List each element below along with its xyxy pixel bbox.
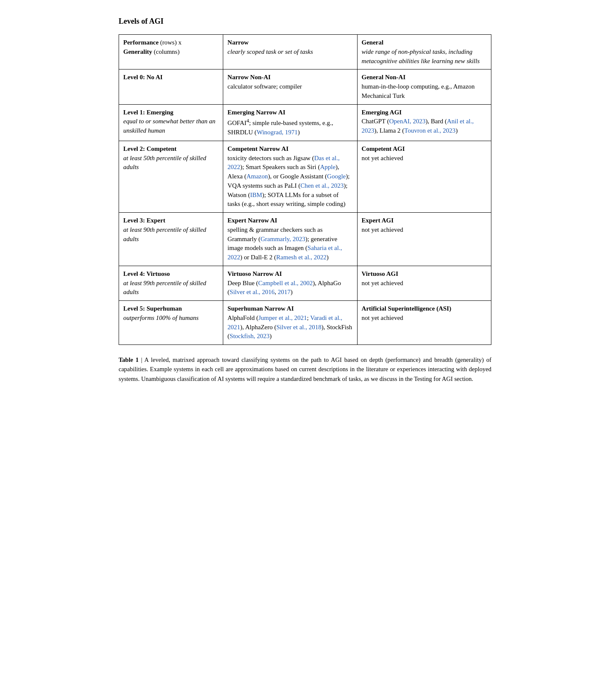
level0-col3: General Non-AI human-in-the-loop computi… [357,69,491,104]
table-header-row: Performance (rows) x Generality (columns… [119,35,491,69]
level4-col2: Virtuoso Narrow AI Deep Blue (Campbell e… [223,266,357,300]
link-ramesh2022[interactable]: Ramesh et al., 2022 [276,254,327,261]
level3-title: Level 3: Expert [123,217,165,224]
header-col-performance: Performance (rows) x Generality (columns… [119,35,223,69]
link-openai2023[interactable]: OpenAI, 2023 [389,118,426,125]
level1-title: Level 1: Emerging [123,109,173,116]
level0-general-text: human-in-the-loop computing, e.g., Amazo… [362,83,475,99]
level0-narrow-title: Narrow Non-AI [227,74,271,81]
level5-col1: Level 5: Superhuman outperforms 100% of … [119,301,223,345]
link-grammarly2023[interactable]: Grammarly, 2023 [261,236,305,242]
header-col-narrow: Narrow clearly scoped task or set of tas… [223,35,357,69]
table-row-level5: Level 5: Superhuman outperforms 100% of … [119,301,491,345]
header-general-main: General [362,39,384,46]
header-performance-bold: Performance [123,39,158,46]
link-touvron2023[interactable]: Touvron et al., 2023 [404,127,455,134]
level1-col3: Emerging AGI ChatGPT (OpenAI, 2023), Bar… [357,104,491,141]
level0-col2: Narrow Non-AI calculator software; compi… [223,69,357,104]
link-winograd[interactable]: Winograd, 1971 [257,129,298,136]
level0-general-title: General Non-AI [362,74,406,81]
level2-general-title: Competent AGI [362,145,405,152]
header-narrow-main: Narrow [227,39,249,46]
link-stockfish2023[interactable]: Stockfish, 2023 [230,333,269,339]
level4-narrow-text: Deep Blue (Campbell et al., 2002), Alpha… [227,280,341,296]
level3-subtitle: at least 90th percentile of skilled adul… [123,226,206,242]
level4-title: Level 4: Virtuoso [123,270,170,277]
level2-narrow-text: toxicity detectors such as Jigsaw (Das e… [227,155,349,208]
level4-narrow-title: Virtuoso Narrow AI [227,270,282,277]
header-general-sub: wide range of non-physical tasks, includ… [362,48,480,64]
table-row-level1: Level 1: Emerging equal to or somewhat b… [119,104,491,141]
link-campbell2002[interactable]: Campbell et al., 2002 [258,280,313,286]
table-row-level4: Level 4: Virtuoso at least 99th percenti… [119,266,491,300]
header-generality-suffix: (columns) [152,48,180,55]
level0-col1: Level 0: No AI [119,69,223,104]
level5-narrow-title: Superhuman Narrow AI [227,305,294,312]
page-title: Levels of AGI [119,17,491,26]
agi-levels-table: Performance (rows) x Generality (columns… [119,34,491,345]
level2-col1: Level 2: Competent at least 50th percent… [119,141,223,212]
level1-general-title: Emerging AGI [362,109,402,116]
link-silver2018[interactable]: Silver et al., 2018 [277,324,322,331]
link-jumper2021[interactable]: Jumper et al., 2021 [258,314,307,321]
level2-general-text: not yet achieved [362,155,403,161]
level5-col2: Superhuman Narrow AI AlphaFold (Jumper e… [223,301,357,345]
link-chen2023[interactable]: Chen et al., 2023 [300,182,344,189]
level0-narrow-text: calculator software; compiler [227,83,302,90]
level5-col3: Artificial Superintelligence (ASI) not y… [357,301,491,345]
level5-narrow-text: AlphaFold (Jumper et al., 2021; Varadi e… [227,314,352,340]
header-col-general: General wide range of non-physical tasks… [357,35,491,69]
level4-general-title: Virtuoso AGI [362,270,399,277]
level4-col1: Level 4: Virtuoso at least 99th percenti… [119,266,223,300]
table-row-level2: Level 2: Competent at least 50th percent… [119,141,491,212]
level5-subtitle: outperforms 100% of humans [123,314,199,321]
level3-col3: Expert AGI not yet achieved [357,213,491,266]
table-row-level3: Level 3: Expert at least 90th percentile… [119,213,491,266]
caption-text: | A leveled, matrixed approach toward cl… [119,356,491,382]
table-caption: Table 1 | A leveled, matrixed approach t… [119,355,491,383]
level2-subtitle: at least 50th percentile of skilled adul… [123,155,206,171]
link-google[interactable]: Google [327,173,346,180]
level3-general-text: not yet achieved [362,226,403,233]
level0-title: Level 0: No AI [123,74,163,81]
link-amazon[interactable]: Amazon [247,173,268,180]
level1-narrow-title: Emerging Narrow AI [227,109,285,116]
level3-col1: Level 3: Expert at least 90th percentile… [119,213,223,266]
level1-col2: Emerging Narrow AI GOFAI4; simple rule-b… [223,104,357,141]
level2-col3: Competent AGI not yet achieved [357,141,491,212]
link-apple[interactable]: Apple [320,164,336,170]
level2-title: Level 2: Competent [123,145,177,152]
level3-narrow-text: spelling & grammar checkers such as Gram… [227,226,342,261]
level5-general-title: Artificial Superintelligence (ASI) [362,305,452,312]
level4-subtitle: at least 99th percentile of skilled adul… [123,280,206,296]
link-silver2016[interactable]: Silver et al., 2016 [230,289,274,295]
header-generality-bold: Generality [123,48,152,55]
level3-col2: Expert Narrow AI spelling & grammar chec… [223,213,357,266]
level3-narrow-title: Expert Narrow AI [227,217,277,224]
level2-col2: Competent Narrow AI toxicity detectors s… [223,141,357,212]
level2-narrow-title: Competent Narrow AI [227,145,288,152]
caption-label: Table 1 [119,356,139,363]
level5-general-text: not yet achieved [362,314,403,321]
level1-subtitle: equal to or somewhat better than an unsk… [123,118,216,134]
level1-col1: Level 1: Emerging equal to or somewhat b… [119,104,223,141]
header-narrow-sub: clearly scoped task or set of tasks [227,48,313,55]
table-row-level0: Level 0: No AI Narrow Non-AI calculator … [119,69,491,104]
level3-general-title: Expert AGI [362,217,394,224]
level4-general-text: not yet achieved [362,280,403,286]
level1-general-text: ChatGPT (OpenAI, 2023), Bard (Anil et al… [362,118,474,134]
link-silver2017[interactable]: 2017 [278,289,291,295]
link-ibm[interactable]: IBM [250,192,262,198]
header-performance-suffix: (rows) x [158,39,181,46]
level1-narrow-text: GOFAI4; simple rule-based systems, e.g.,… [227,119,333,136]
level5-title: Level 5: Superhuman [123,305,182,312]
level4-col3: Virtuoso AGI not yet achieved [357,266,491,300]
